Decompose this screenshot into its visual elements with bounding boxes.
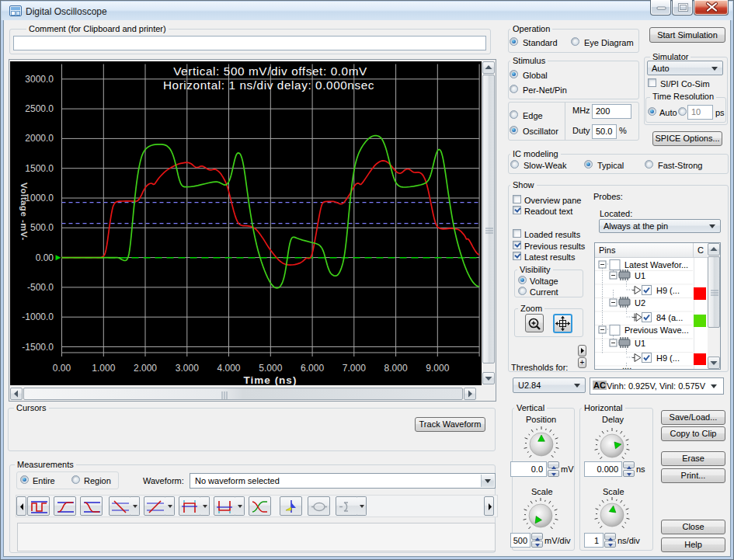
svg-text:3000.0: 3000.0 xyxy=(25,73,54,84)
svg-text:2000.0: 2000.0 xyxy=(25,133,54,144)
svg-text:Time (ns): Time (ns) xyxy=(243,374,297,385)
svg-text:4.000: 4.000 xyxy=(217,363,240,374)
svg-text:-500.0: -500.0 xyxy=(26,281,53,292)
svg-text:0.00: 0.00 xyxy=(35,252,54,263)
svg-text:H9 (...: H9 (... xyxy=(656,286,680,295)
svg-text:1500.0: 1500.0 xyxy=(25,162,54,173)
svg-text:5.000: 5.000 xyxy=(259,363,282,374)
svg-text:Voltage -mV-: Voltage -mV- xyxy=(19,183,29,241)
svg-text:500.0: 500.0 xyxy=(30,222,53,233)
svg-text:1.000: 1.000 xyxy=(92,363,115,374)
svg-text:-1500.0: -1500.0 xyxy=(22,341,54,352)
svg-text:84 (a...: 84 (a... xyxy=(656,313,683,322)
svg-text:H9 (...: H9 (... xyxy=(656,353,680,363)
svg-text:U1: U1 xyxy=(635,339,645,348)
svg-text:Horizontal: 1 ns/div delay:: Horizontal: 1 ns/div delay: 0.000nsec xyxy=(162,78,374,91)
svg-text:3.000: 3.000 xyxy=(175,363,198,374)
svg-text:9.000: 9.000 xyxy=(426,363,449,374)
svg-text:2.000: 2.000 xyxy=(133,363,156,374)
svg-text:U2: U2 xyxy=(635,298,645,308)
svg-text:Latest Wavefor...: Latest Wavefor... xyxy=(624,260,688,270)
svg-text:Vertical: 500 mV/div offset: Vertical: 500 mV/div offset: 0.0mV xyxy=(173,64,367,77)
svg-text:Previous Wave...: Previous Wave... xyxy=(624,325,689,335)
svg-text:U1: U1 xyxy=(635,271,645,280)
svg-text:7.000: 7.000 xyxy=(342,363,365,374)
svg-text:6.000: 6.000 xyxy=(301,363,324,374)
svg-text:....: .... xyxy=(622,361,631,370)
svg-text:8.000: 8.000 xyxy=(384,363,407,374)
svg-text:0.00: 0.00 xyxy=(52,363,71,374)
svg-text:2500.0: 2500.0 xyxy=(25,103,54,114)
svg-text:-1000.0: -1000.0 xyxy=(22,311,54,322)
